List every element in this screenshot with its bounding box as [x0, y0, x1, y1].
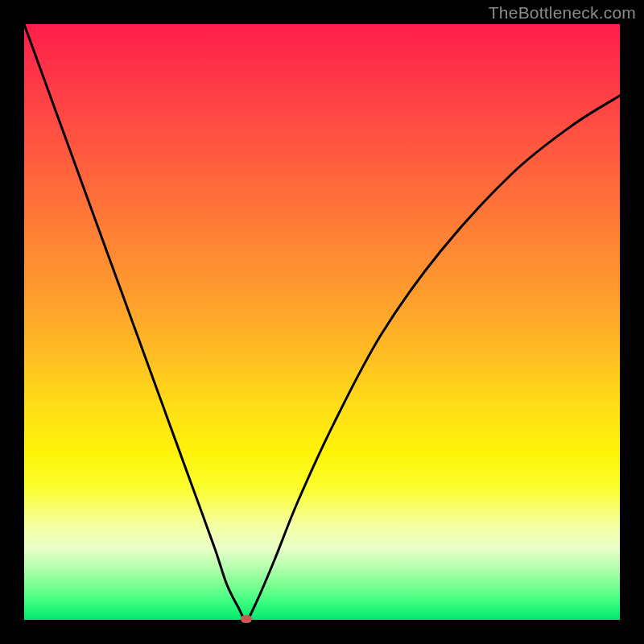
plot-area — [24, 24, 620, 620]
watermark-text: TheBottleneck.com — [489, 3, 636, 23]
minimum-marker — [241, 615, 252, 623]
chart-frame: TheBottleneck.com — [0, 0, 644, 644]
bottleneck-curve — [24, 24, 620, 620]
